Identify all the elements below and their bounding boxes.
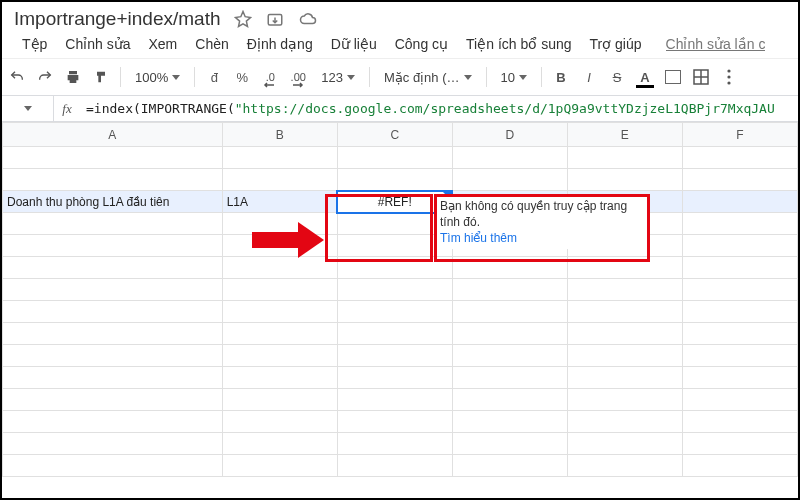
- error-tooltip-link[interactable]: Tìm hiểu thêm: [440, 231, 517, 245]
- spreadsheet-grid[interactable]: A B C D E F Doanh thu phòng L1A đầu tiên…: [2, 122, 798, 477]
- formula-bar: fx =index(IMPORTRANGE("https://docs.goog…: [2, 96, 798, 122]
- cell-C3-value: #REF!: [378, 195, 412, 209]
- fx-label: fx: [54, 101, 80, 117]
- menu-edit[interactable]: Chỉnh sửa: [65, 36, 130, 52]
- menu-data[interactable]: Dữ liệu: [331, 36, 377, 52]
- text-color-button[interactable]: A: [636, 68, 654, 86]
- caret-down-icon: [172, 75, 180, 80]
- menu-view[interactable]: Xem: [149, 36, 178, 52]
- svg-point-4: [727, 81, 730, 84]
- toolbar-separator: [369, 67, 370, 87]
- last-edit-link[interactable]: Chỉnh sửa lần c: [666, 36, 766, 52]
- formula-prefix: =index(IMPORTRANGE(: [86, 101, 235, 116]
- paint-format-icon[interactable]: [92, 68, 110, 86]
- error-tooltip-message: Bạn không có quyền truy cập trang tính đ…: [440, 199, 627, 229]
- font-family-dropdown[interactable]: Mặc định (…: [380, 68, 476, 87]
- name-box[interactable]: [2, 96, 54, 121]
- row-7[interactable]: [3, 279, 798, 301]
- undo-icon[interactable]: [8, 68, 26, 86]
- formula-url: "https://docs.google.com/spreadsheets/d/…: [235, 101, 775, 116]
- svg-point-2: [727, 69, 730, 72]
- borders-button[interactable]: [692, 68, 710, 86]
- formula-input[interactable]: =index(IMPORTRANGE("https://docs.google.…: [80, 101, 798, 116]
- document-title-bar: Importrange+index/math: [2, 2, 798, 32]
- bold-button[interactable]: B: [552, 68, 570, 86]
- menu-file[interactable]: Tệp: [22, 36, 47, 52]
- zoom-value: 100%: [135, 70, 168, 85]
- caret-down-icon: [519, 75, 527, 80]
- column-header-A[interactable]: A: [3, 123, 223, 147]
- cell-B3[interactable]: L1A: [222, 191, 337, 213]
- caret-down-icon: [24, 106, 32, 111]
- move-icon[interactable]: [266, 10, 284, 28]
- row-3[interactable]: Doanh thu phòng L1A đầu tiên L1A #REF!: [3, 191, 798, 213]
- row-15[interactable]: [3, 455, 798, 477]
- font-size-dropdown[interactable]: 10: [497, 68, 531, 87]
- caret-down-icon: [347, 75, 355, 80]
- strikethrough-button[interactable]: S: [608, 68, 626, 86]
- toolbar-separator: [541, 67, 542, 87]
- format-percent-button[interactable]: %: [233, 68, 251, 86]
- toolbar-more-icon[interactable]: [720, 68, 738, 86]
- row-6[interactable]: [3, 257, 798, 279]
- print-icon[interactable]: [64, 68, 82, 86]
- toolbar-separator: [120, 67, 121, 87]
- italic-button[interactable]: I: [580, 68, 598, 86]
- column-header-row: A B C D E F: [3, 123, 798, 147]
- menu-addons[interactable]: Tiện ích bổ sung: [466, 36, 571, 52]
- column-header-C[interactable]: C: [337, 123, 452, 147]
- row-14[interactable]: [3, 433, 798, 455]
- row-2[interactable]: [3, 169, 798, 191]
- redo-icon[interactable]: [36, 68, 54, 86]
- column-header-D[interactable]: D: [452, 123, 567, 147]
- more-formats-dropdown[interactable]: 123: [317, 68, 359, 87]
- cell-F3[interactable]: [682, 191, 797, 213]
- caret-down-icon: [464, 75, 472, 80]
- zoom-dropdown[interactable]: 100%: [131, 68, 184, 87]
- menu-format[interactable]: Định dạng: [247, 36, 313, 52]
- cloud-status-icon[interactable]: [298, 10, 318, 28]
- row-11[interactable]: [3, 367, 798, 389]
- error-tooltip: Bạn không có quyền truy cập trang tính đ…: [436, 196, 648, 249]
- toolbar-separator: [194, 67, 195, 87]
- row-8[interactable]: [3, 301, 798, 323]
- format-currency-button[interactable]: đ: [205, 68, 223, 86]
- menu-help[interactable]: Trợ giúp: [590, 36, 642, 52]
- row-5[interactable]: [3, 235, 798, 257]
- row-12[interactable]: [3, 389, 798, 411]
- document-title[interactable]: Importrange+index/math: [14, 8, 220, 30]
- menu-insert[interactable]: Chèn: [195, 36, 228, 52]
- decrease-decimal-button[interactable]: .0: [261, 68, 279, 86]
- column-header-F[interactable]: F: [682, 123, 797, 147]
- row-4[interactable]: [3, 213, 798, 235]
- toolbar: 100% đ % .0 .00 123 Mặc định (… 10 B I S…: [2, 58, 798, 96]
- row-9[interactable]: [3, 323, 798, 345]
- fill-color-icon: [665, 70, 681, 84]
- row-1[interactable]: [3, 147, 798, 169]
- star-icon[interactable]: [234, 10, 252, 28]
- column-header-B[interactable]: B: [222, 123, 337, 147]
- column-header-E[interactable]: E: [567, 123, 682, 147]
- menu-tools[interactable]: Công cụ: [395, 36, 448, 52]
- cell-A3[interactable]: Doanh thu phòng L1A đầu tiên: [3, 191, 223, 213]
- fill-color-button[interactable]: [664, 68, 682, 86]
- toolbar-separator: [486, 67, 487, 87]
- row-10[interactable]: [3, 345, 798, 367]
- svg-point-3: [727, 75, 730, 78]
- increase-decimal-button[interactable]: .00: [289, 68, 307, 86]
- menu-bar: Tệp Chỉnh sửa Xem Chèn Định dạng Dữ liệu…: [2, 32, 798, 58]
- row-13[interactable]: [3, 411, 798, 433]
